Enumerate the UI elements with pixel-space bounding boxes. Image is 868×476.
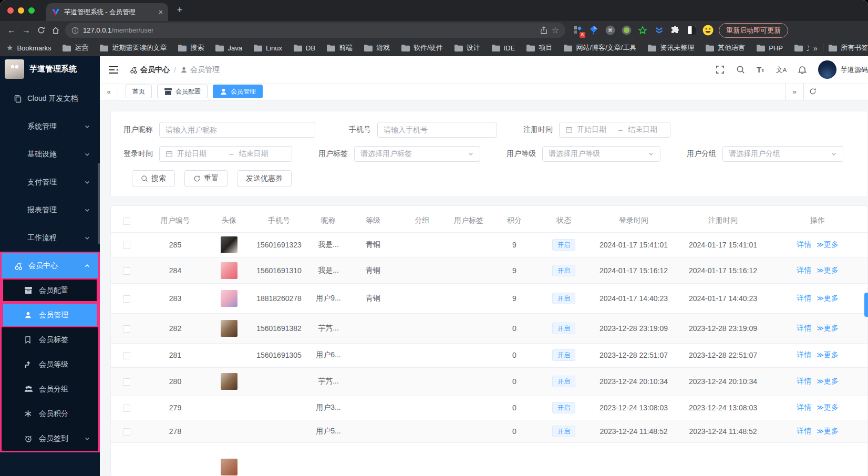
tab-close-icon[interactable]: × — [159, 8, 163, 16]
kite-extension-icon[interactable] — [588, 25, 600, 36]
row-checkbox[interactable] — [123, 267, 130, 275]
tags-scroll-left-icon[interactable]: « — [100, 83, 118, 100]
user-level-select[interactable]: 请选择用户等级 — [542, 146, 660, 162]
green-star-extension-icon[interactable] — [637, 25, 648, 36]
tab-member-manage[interactable]: 会员管理 — [213, 85, 263, 98]
detail-link[interactable]: 详情 — [797, 350, 811, 359]
sidebar-item-member-group[interactable]: 会员分组 — [2, 377, 98, 401]
more-link[interactable]: ≫更多 — [817, 427, 839, 435]
address-bar[interactable]: 127.0.0.1/member/user ☆ — [65, 23, 565, 38]
bookmark-folder[interactable]: PHP — [757, 43, 783, 53]
sidebar-item-member-tags[interactable]: 会员标签 — [2, 327, 98, 352]
user-name[interactable]: 芋道源码 — [841, 65, 868, 75]
row-checkbox[interactable] — [123, 325, 130, 333]
bookmark-folder[interactable]: 设计 — [454, 43, 480, 53]
bookmark-folder[interactable]: 软件/硬件 — [401, 43, 443, 53]
detail-link[interactable]: 详情 — [797, 427, 811, 435]
row-checkbox[interactable] — [123, 428, 130, 436]
sidebar-item-member-manage[interactable]: 会员管理 — [2, 303, 98, 327]
sidebar-item-1[interactable]: 系统管理 — [0, 112, 100, 140]
back-icon[interactable]: ← — [4, 23, 19, 38]
sidebar-item-4[interactable]: 报表管理 — [0, 196, 100, 224]
sidebar-item-3[interactable]: 支付管理 — [0, 168, 100, 196]
row-checkbox[interactable] — [123, 242, 130, 249]
sidebar-item-member-config[interactable]: 会员配置 — [2, 278, 98, 303]
detail-link[interactable]: 详情 — [797, 240, 811, 249]
more-link[interactable]: ≫更多 — [817, 403, 839, 411]
phone-input[interactable] — [377, 122, 497, 138]
more-link[interactable]: ≫更多 — [817, 350, 839, 359]
bookmark-folder[interactable]: 资讯未整理 — [648, 43, 694, 53]
sidebar-item-cloud-docs[interactable]: Cloud 开发文档 — [0, 85, 100, 112]
nickname-input[interactable] — [159, 122, 315, 138]
new-tab-button[interactable]: + — [172, 3, 187, 18]
page-scrollbar-thumb[interactable] — [864, 293, 868, 317]
user-group-select[interactable]: 请选择用户分组 — [722, 146, 843, 162]
emoji-profile-icon[interactable] — [702, 25, 714, 36]
more-link[interactable]: ≫更多 — [817, 294, 839, 302]
puzzle-extensions-icon[interactable] — [669, 25, 681, 36]
sidebar-item-member-center[interactable]: 会员中心 — [2, 253, 98, 278]
close-window-button[interactable] — [7, 7, 14, 14]
more-link[interactable]: ≫更多 — [817, 266, 839, 274]
row-checkbox[interactable] — [123, 295, 130, 303]
user-tags-select[interactable]: 请选择用户标签 — [354, 146, 480, 162]
detail-link[interactable]: 详情 — [797, 377, 811, 385]
share-icon[interactable] — [540, 26, 547, 34]
reset-button[interactable]: 重置 — [184, 170, 228, 187]
row-checkbox[interactable] — [123, 378, 130, 386]
sidebar-item-member-points[interactable]: 会员积分 — [2, 401, 98, 426]
split-square-extension-icon[interactable] — [686, 25, 697, 36]
search-icon[interactable] — [736, 65, 745, 74]
search-button[interactable]: 搜索 — [132, 170, 175, 187]
tab-home[interactable]: 首页 — [126, 85, 152, 98]
site-info-icon[interactable] — [71, 27, 79, 34]
blocker-extension-icon[interactable]: 6 — [572, 25, 583, 36]
forward-icon[interactable]: → — [19, 23, 34, 38]
tab-member-config[interactable]: 会员配置 — [157, 85, 208, 98]
detail-link[interactable]: 详情 — [797, 403, 811, 411]
sidebar-scrollbar-thumb[interactable] — [98, 163, 100, 244]
all-bookmarks-folder[interactable]: 所有书签 — [829, 43, 868, 53]
sidebar-item-member-level[interactable]: 会员等级 — [2, 352, 98, 377]
relaunch-to-update-button[interactable]: 重新启动即可更新 — [719, 23, 788, 38]
tags-refresh-icon[interactable] — [803, 83, 822, 100]
more-link[interactable]: ≫更多 — [817, 377, 839, 385]
zoom-window-button[interactable] — [28, 7, 35, 14]
sidebar-item-5[interactable]: 工作流程 — [0, 224, 100, 252]
more-link[interactable]: ≫更多 — [817, 324, 839, 332]
url-text[interactable]: 127.0.0.1/member/user — [83, 26, 536, 34]
home-icon[interactable] — [48, 23, 63, 38]
select-all-checkbox[interactable] — [123, 218, 130, 225]
command-extension-icon[interactable]: ⌘ — [604, 25, 616, 36]
browser-tab[interactable]: 芋道管理系统 - 会员管理 × — [46, 3, 168, 21]
bookmark-folder[interactable]: DB — [294, 43, 315, 53]
detail-link[interactable]: 详情 — [797, 266, 811, 274]
login-date-range[interactable]: 开始日期–结束日期 — [159, 146, 292, 162]
bookmark-folder[interactable]: IDE — [492, 43, 515, 53]
bookmarks-root[interactable]: ★ Bookmarks — [6, 43, 51, 53]
breadcrumb-member-center[interactable]: 会员中心 — [129, 65, 170, 75]
minimize-window-button[interactable] — [18, 7, 24, 14]
translate-icon[interactable]: 文A — [776, 65, 787, 75]
fullscreen-icon[interactable] — [716, 65, 725, 74]
bookmark-folder[interactable]: 项目 — [526, 43, 552, 53]
bookmark-folder[interactable]: 游戏 — [364, 43, 390, 53]
bookmark-folder[interactable]: 网站/博客/文章/工具 — [564, 43, 636, 53]
bookmark-folder[interactable]: 近期需要读的文章 — [100, 43, 167, 53]
detail-link[interactable]: 详情 — [797, 324, 811, 332]
tags-scroll-right-icon[interactable]: » — [785, 83, 803, 100]
green-dot-extension-icon[interactable] — [621, 25, 632, 36]
sidebar-item-2[interactable]: 基础设施 — [0, 140, 100, 168]
more-link[interactable]: ≫更多 — [817, 240, 839, 249]
bookmark-folder[interactable]: 搜索 — [178, 43, 204, 53]
bookmark-folder[interactable]: 前端 — [327, 43, 353, 53]
bookmark-folder[interactable]: 其他语言 — [706, 43, 745, 53]
collapse-sidebar-icon[interactable] — [108, 66, 120, 74]
reload-icon[interactable] — [34, 23, 48, 38]
sidebar-item-member-signin[interactable]: 会员签到 — [2, 426, 98, 451]
row-checkbox[interactable] — [123, 405, 130, 412]
bookmark-folder[interactable]: Linux — [254, 43, 282, 53]
double-chevron-extension-icon[interactable] — [653, 25, 665, 36]
bookmarks-overflow-chevron[interactable]: » — [813, 44, 818, 53]
